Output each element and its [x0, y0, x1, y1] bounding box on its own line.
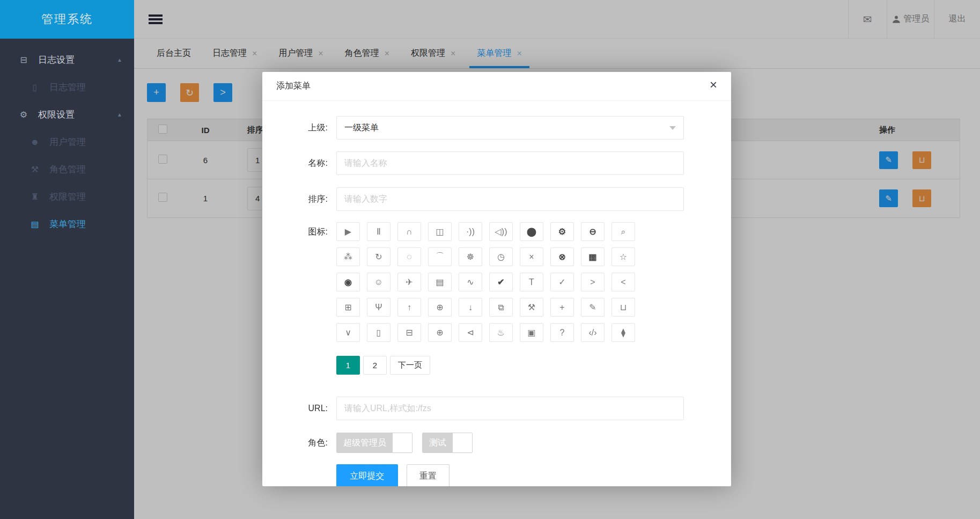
- t-shirt-icon-button[interactable]: T: [520, 273, 543, 291]
- chat-dots-icon-button[interactable]: ⬤: [520, 222, 543, 241]
- checkbox-box: [393, 433, 412, 452]
- sidebar-item-permission-management[interactable]: ♜ 权限管理: [0, 183, 134, 210]
- loading-dots-icon-button[interactable]: ◌: [397, 247, 421, 266]
- sidebar-item-label: 用户管理: [49, 136, 86, 148]
- icon-row: 图标: ▶Ⅱ∩◫·))◁))⬤⚙⊖⌕⁂↻◌⌒☸◷×⊗▦☆◉☺✈▤∿✔T✓><⊞Ψ…: [262, 222, 731, 375]
- smiley-face-icon-button[interactable]: ☺: [367, 273, 390, 291]
- stamp-icon: ♜: [29, 192, 41, 202]
- check-circle-outline-icon-button[interactable]: ✓: [550, 273, 574, 291]
- role-checkbox-label: 超级管理员: [337, 433, 393, 452]
- chevron-left-circle-icon-button[interactable]: ⊲: [459, 323, 482, 342]
- next-page-button[interactable]: 下一页: [390, 356, 430, 375]
- paper-plane-icon-button[interactable]: ✈: [397, 273, 421, 291]
- clock-arrow-icon-button[interactable]: ◷: [489, 247, 513, 266]
- image-frame-icon-button[interactable]: ▣: [520, 323, 543, 342]
- chevron-down-icon: [669, 126, 676, 130]
- file-blank-icon-button[interactable]: ▯: [367, 323, 390, 342]
- parent-menu-value: 一级菜单: [344, 122, 379, 134]
- sort-row: 排序:: [262, 187, 731, 211]
- search-icon-button[interactable]: ⌕: [611, 222, 635, 241]
- chevron-up-icon: ▲: [117, 57, 122, 63]
- app-logo: 管理系统: [0, 0, 134, 39]
- minus-circle-icon-button[interactable]: ⊖: [581, 222, 605, 241]
- page-1-button[interactable]: 1: [336, 356, 360, 375]
- url-input[interactable]: [336, 397, 684, 420]
- pencil-icon-button[interactable]: ✎: [581, 298, 605, 317]
- icon-label: 图标:: [262, 222, 336, 375]
- sort-input[interactable]: [336, 187, 684, 211]
- record-oval-icon-button[interactable]: ◉: [336, 273, 360, 291]
- sidebar-menu: ⊟ 日志设置 ▲ ▯ 日志管理 ⚙ 权限设置 ▲ ☻ 用户管理 ⚒ 角色管理: [0, 39, 134, 238]
- sidebar-item-label: 权限设置: [38, 108, 75, 121]
- user-icon: ☻: [29, 137, 41, 147]
- reset-button[interactable]: 重置: [407, 464, 450, 486]
- sidebar-item-log-management[interactable]: ▯ 日志管理: [0, 74, 134, 101]
- sidebar-item-label: 权限管理: [49, 191, 86, 203]
- pulse-icon-button[interactable]: ∿: [459, 273, 482, 291]
- refresh-icon-button[interactable]: ↻: [367, 247, 390, 266]
- gear-icon: ⚙: [18, 109, 30, 120]
- palm-tree-icon-button[interactable]: Ψ: [367, 298, 390, 317]
- trash-icon-button[interactable]: ⊔: [611, 298, 635, 317]
- chevron-up-icon: ▲: [117, 112, 122, 118]
- role-checkbox-super-admin[interactable]: 超级管理员: [336, 433, 412, 453]
- role-checkbox-label: 测试: [423, 433, 453, 452]
- tools-icon: ⚒: [29, 164, 41, 174]
- fountain-icon-button[interactable]: ♨: [489, 323, 513, 342]
- file-icon: ▯: [29, 82, 41, 92]
- document-text-icon-button[interactable]: ▤: [428, 273, 452, 291]
- arrow-up-circle-icon-button[interactable]: ↑: [397, 298, 421, 317]
- water-drops-icon-button[interactable]: ⧫: [611, 323, 635, 342]
- sidebar-item-user-management[interactable]: ☻ 用户管理: [0, 128, 134, 156]
- icon-pagination: 1 2 下一页: [336, 356, 731, 375]
- gear-filled-icon-button[interactable]: ⚙: [550, 222, 574, 241]
- arrow-down-circle-icon-button[interactable]: ↓: [459, 298, 482, 317]
- sidebar-item-menu-management[interactable]: ▤ 菜单管理: [0, 210, 134, 238]
- close-circle-icon-button[interactable]: ⊗: [550, 247, 574, 266]
- question-mark-icon-button[interactable]: ?: [550, 323, 574, 342]
- close-icon-button[interactable]: ×: [520, 247, 543, 266]
- pause-circle-icon-button[interactable]: Ⅱ: [367, 222, 390, 241]
- speaker-icon-button[interactable]: ◁)): [489, 222, 513, 241]
- parent-menu-select[interactable]: 一级菜单: [336, 116, 684, 140]
- chevron-right-icon-button[interactable]: >: [581, 273, 605, 291]
- code-circle-icon-button[interactable]: ‹/›: [581, 323, 605, 342]
- page-2-button[interactable]: 2: [363, 356, 387, 375]
- name-input[interactable]: [336, 151, 684, 175]
- play-circle-icon-button[interactable]: ▶: [336, 222, 360, 241]
- chevron-down-icon-button[interactable]: ∨: [336, 323, 360, 342]
- tools-icon-button[interactable]: ⚒: [520, 298, 543, 317]
- window-icon: ⊟: [18, 55, 30, 65]
- sidebar-item-permission-settings[interactable]: ⚙ 权限设置 ▲: [0, 101, 134, 128]
- submit-button[interactable]: 立即提交: [336, 464, 398, 486]
- url-row: URL:: [262, 397, 731, 420]
- close-icon[interactable]: ×: [710, 78, 717, 91]
- icon-grid: ▶Ⅱ∩◫·))◁))⬤⚙⊖⌕⁂↻◌⌒☸◷×⊗▦☆◉☺✈▤∿✔T✓><⊞Ψ↑⊕↓⧉…: [336, 222, 658, 342]
- star-icon-button[interactable]: ☆: [611, 247, 635, 266]
- sidebar-item-label: 菜单管理: [49, 218, 86, 230]
- browser-window-icon-button[interactable]: ⊟: [397, 323, 421, 342]
- modal-title: 添加菜单: [276, 81, 311, 92]
- chevron-left-icon-button[interactable]: <: [611, 273, 635, 291]
- presentation-board-icon-button[interactable]: ▦: [581, 247, 605, 266]
- role-checkbox-test[interactable]: 测试: [422, 433, 473, 453]
- check-circle-filled-icon-button[interactable]: ✔: [489, 273, 513, 291]
- gear-outline-icon-button[interactable]: ☸: [459, 247, 482, 266]
- copy-buildings-icon-button[interactable]: ⧉: [489, 298, 513, 317]
- table-grid-icon-button[interactable]: ⊞: [336, 298, 360, 317]
- parent-menu-label: 上级:: [262, 116, 336, 140]
- share-nodes-icon-button[interactable]: ⁂: [336, 247, 360, 266]
- plus-icon-button[interactable]: +: [550, 298, 574, 317]
- modal-header: 添加菜单 ×: [262, 72, 731, 101]
- headphones-icon-button[interactable]: ∩: [397, 222, 421, 241]
- modal-actions-row: 立即提交 重置: [262, 453, 731, 486]
- voice-signal-icon-button[interactable]: ·)): [459, 222, 482, 241]
- arc-icon-button[interactable]: ⌒: [428, 247, 452, 266]
- sidebar-item-log-settings[interactable]: ⊟ 日志设置 ▲: [0, 46, 134, 74]
- video-icon-button[interactable]: ◫: [428, 222, 452, 241]
- plus-circle-icon-button[interactable]: ⊕: [428, 298, 452, 317]
- sidebar-item-role-management[interactable]: ⚒ 角色管理: [0, 156, 134, 183]
- plus-circle-thin-icon-button[interactable]: ⊕: [428, 323, 452, 342]
- sidebar-item-label: 日志设置: [38, 54, 75, 66]
- name-label: 名称:: [262, 151, 336, 175]
